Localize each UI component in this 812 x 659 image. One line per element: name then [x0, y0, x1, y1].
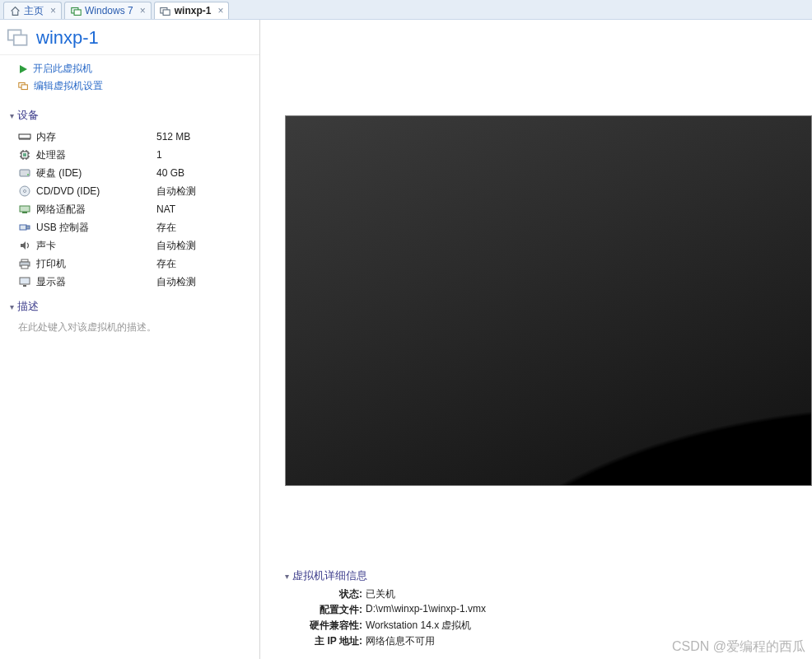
device-value: 自动检测	[156, 239, 196, 253]
close-icon[interactable]: ×	[50, 5, 56, 16]
page-title: winxp-1	[36, 27, 99, 49]
svg-point-13	[27, 174, 29, 175]
memory-icon	[18, 131, 31, 143]
play-icon	[18, 64, 28, 74]
hdd-icon	[18, 167, 31, 179]
svg-rect-5	[14, 35, 27, 45]
display-icon	[18, 276, 31, 287]
action-label: 开启此虚拟机	[33, 62, 92, 76]
device-value: NAT	[156, 203, 175, 215]
device-list: 内存512 MB 处理器1硬盘 (IDE)40 GBCD/DVD (IDE)自动…	[10, 126, 250, 291]
left-pane: winxp-1 开启此虚拟机 编辑虚拟机设置 ▾ 设备 内存512 MB 处理器	[0, 20, 260, 659]
vm-icon	[160, 5, 171, 16]
device-name: 网络适配器	[36, 203, 152, 217]
vm-details-section: ▾ 虚拟机详细信息 状态:已关机配置文件:D:\vm\winxp-1\winxp…	[285, 565, 812, 649]
section-title: 描述	[17, 299, 39, 314]
description-placeholder[interactable]: 在此处键入对该虚拟机的描述。	[10, 317, 250, 334]
device-row[interactable]: CD/DVD (IDE)自动检测	[18, 182, 250, 200]
device-value: 40 GB	[156, 167, 184, 179]
tabs-bar: 主页 × Windows 7 × winxp-1 ×	[0, 0, 812, 20]
device-name: 声卡	[36, 239, 152, 253]
cpu-icon	[18, 149, 31, 161]
detail-label: 硬件兼容性:	[301, 619, 362, 633]
device-value: 存在	[156, 221, 176, 235]
detail-row: 主 IP 地址:网络信息不可用	[285, 633, 812, 649]
svg-rect-17	[22, 212, 27, 213]
device-row[interactable]: 网络适配器NAT	[18, 200, 250, 218]
svg-rect-16	[20, 206, 30, 212]
device-value: 1	[156, 149, 162, 161]
edit-settings-button[interactable]: 编辑虚拟机设置	[18, 77, 259, 95]
svg-marker-6	[20, 65, 27, 73]
device-name: 打印机	[36, 257, 152, 271]
tab-home[interactable]: 主页 ×	[3, 2, 62, 19]
caret-down-icon: ▾	[10, 302, 14, 311]
device-name: USB 控制器	[36, 221, 152, 235]
action-label: 编辑虚拟机设置	[34, 79, 103, 93]
svg-rect-19	[26, 226, 30, 229]
detail-label: 配置文件:	[301, 603, 362, 617]
usb-icon	[18, 222, 31, 233]
detail-row: 状态:已关机	[285, 587, 812, 602]
device-row[interactable]: USB 控制器存在	[18, 218, 250, 236]
tab-label: winxp-1	[175, 5, 212, 16]
detail-row: 配置文件:D:\vm\winxp-1\winxp-1.vmx	[285, 602, 812, 618]
description-section: ▾ 描述 在此处键入对该虚拟机的描述。	[0, 291, 259, 334]
svg-rect-11	[23, 153, 26, 157]
svg-point-15	[24, 190, 26, 193]
svg-rect-24	[20, 278, 30, 284]
vm-preview[interactable]	[285, 115, 812, 486]
caret-down-icon: ▾	[285, 572, 289, 581]
device-name: 硬盘 (IDE)	[36, 166, 152, 180]
svg-rect-3	[163, 9, 170, 15]
power-on-button[interactable]: 开启此虚拟机	[18, 60, 259, 77]
close-icon[interactable]: ×	[217, 5, 223, 16]
svg-marker-20	[21, 241, 26, 250]
section-title: 虚拟机详细信息	[292, 568, 367, 583]
sound-icon	[18, 240, 31, 251]
close-icon[interactable]: ×	[140, 5, 146, 16]
detail-value: D:\vm\winxp-1\winxp-1.vmx	[362, 603, 486, 617]
svg-rect-1	[74, 9, 81, 15]
device-name: 处理器	[36, 148, 152, 162]
svg-rect-23	[21, 265, 28, 269]
device-value: 512 MB	[156, 131, 190, 143]
detail-row: 硬件兼容性:Workstation 14.x 虚拟机	[285, 618, 812, 633]
svg-rect-18	[20, 225, 26, 230]
detail-label: 状态:	[301, 587, 362, 601]
device-name: 显示器	[36, 275, 152, 289]
tab-winxp1[interactable]: winxp-1 ×	[154, 2, 230, 19]
page-header: winxp-1	[0, 20, 259, 55]
device-value: 自动检测	[156, 275, 196, 289]
vm-details-header[interactable]: ▾ 虚拟机详细信息	[285, 565, 812, 587]
device-row[interactable]: 声卡自动检测	[18, 236, 250, 255]
devices-section-header[interactable]: ▾ 设备	[10, 105, 250, 126]
device-value: 存在	[156, 257, 176, 271]
nic-icon	[18, 203, 31, 215]
detail-value: 网络信息不可用	[362, 634, 435, 648]
cd-icon	[18, 185, 31, 197]
section-title: 设备	[17, 108, 39, 123]
svg-rect-25	[23, 285, 26, 287]
device-row[interactable]: 显示器自动检测	[18, 273, 250, 291]
tab-windows7[interactable]: Windows 7 ×	[64, 2, 152, 19]
settings-icon	[18, 81, 29, 91]
home-icon	[9, 5, 21, 16]
device-value: 自动检测	[156, 185, 196, 199]
tab-label: Windows 7	[85, 5, 133, 16]
tab-label: 主页	[24, 4, 44, 18]
device-row[interactable]: 打印机存在	[18, 255, 250, 273]
right-pane: ▾ 虚拟机详细信息 状态:已关机配置文件:D:\vm\winxp-1\winxp…	[260, 20, 812, 659]
vm-large-icon	[7, 26, 30, 49]
description-section-header[interactable]: ▾ 描述	[10, 296, 250, 317]
device-name: CD/DVD (IDE)	[36, 185, 152, 197]
detail-value: Workstation 14.x 虚拟机	[362, 619, 471, 633]
caret-down-icon: ▾	[10, 111, 14, 120]
svg-rect-9	[19, 134, 30, 138]
device-name: 内存	[36, 130, 152, 144]
svg-rect-8	[21, 85, 27, 90]
device-row[interactable]: 处理器1	[18, 146, 250, 164]
device-row[interactable]: 硬盘 (IDE)40 GB	[18, 164, 250, 182]
detail-value: 已关机	[362, 587, 395, 601]
device-row[interactable]: 内存512 MB	[18, 128, 250, 146]
